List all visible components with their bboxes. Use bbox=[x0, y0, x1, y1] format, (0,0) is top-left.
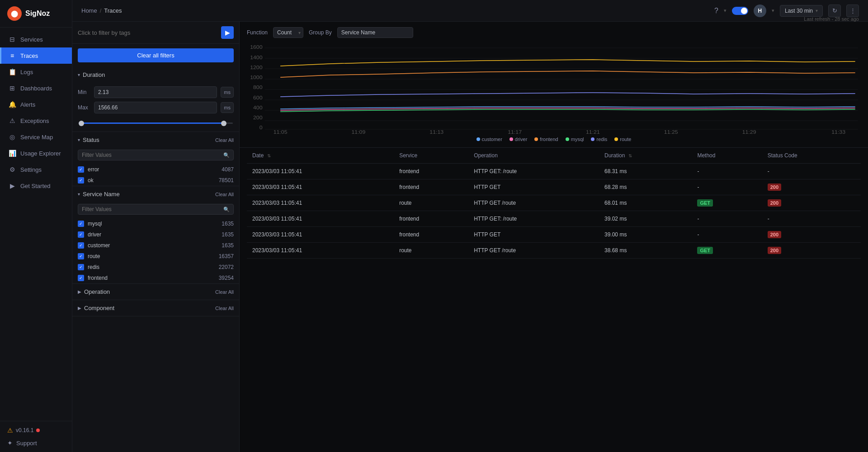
sidebar-item-services[interactable]: ⊟ Services bbox=[0, 31, 72, 47]
time-selector[interactable]: Last 30 min ▾ bbox=[780, 5, 823, 17]
breadcrumb-home[interactable]: Home bbox=[81, 7, 97, 14]
sidebar-item-logs[interactable]: 📋 Logs bbox=[0, 64, 72, 80]
service-name-label: Service Name bbox=[83, 191, 120, 198]
cell-date: 2023/03/03 11:05:41 bbox=[247, 243, 394, 259]
clear-all-filters-button[interactable]: Clear all filters bbox=[78, 48, 234, 62]
duration-max-label: Max bbox=[78, 104, 90, 111]
sidebar-item-usage-explorer[interactable]: 📊 Usage Explorer bbox=[0, 145, 72, 161]
table-row[interactable]: 2023/03/03 11:05:41 frontend HTTP GET 39… bbox=[247, 227, 861, 243]
svg-text:400: 400 bbox=[253, 105, 263, 110]
service-frontend-count: 39254 bbox=[219, 275, 234, 281]
refresh-button[interactable]: ↻ bbox=[828, 5, 841, 17]
sidebar-label-service-map: Service Map bbox=[20, 134, 53, 141]
table-row[interactable]: 2023/03/03 11:05:41 frontend HTTP GET 68… bbox=[247, 179, 861, 195]
col-method: Method bbox=[692, 148, 762, 164]
status-header[interactable]: ▾ Status Clear All bbox=[72, 132, 239, 148]
duration-sort-icon[interactable]: ⇅ bbox=[628, 153, 632, 158]
duration-min-input[interactable] bbox=[94, 86, 217, 98]
sidebar-item-exceptions[interactable]: ⚠ Exceptions bbox=[0, 113, 72, 129]
service-name-header[interactable]: ▾ Service Name Clear All bbox=[72, 186, 239, 202]
status-section: ▾ Status Clear All 🔍 ✓ error bbox=[72, 132, 239, 186]
operation-clear-link[interactable]: Clear All bbox=[215, 289, 234, 295]
service-route-checkbox[interactable]: ✓ bbox=[78, 253, 84, 259]
svg-text:1600: 1600 bbox=[250, 45, 262, 50]
duration-range-slider[interactable] bbox=[78, 117, 234, 126]
service-route-count: 16357 bbox=[219, 253, 234, 259]
service-frontend-checkbox[interactable]: ✓ bbox=[78, 275, 84, 281]
function-select[interactable]: Count bbox=[273, 27, 303, 38]
status-error-checkbox[interactable]: ✓ bbox=[78, 166, 84, 173]
function-label: Function bbox=[247, 29, 268, 36]
cell-operation: HTTP GET bbox=[468, 227, 599, 243]
chart-wrapper: 1600 1400 1200 1000 800 600 400 200 0 bbox=[247, 43, 861, 134]
sidebar-item-settings[interactable]: ⚙ Settings bbox=[0, 161, 72, 178]
legend-customer-label: customer bbox=[482, 137, 502, 142]
table-row[interactable]: 2023/03/03 11:05:41 frontend HTTP GET: /… bbox=[247, 164, 861, 179]
duration-max-input[interactable] bbox=[94, 102, 217, 113]
svg-text:11:09: 11:09 bbox=[351, 130, 365, 134]
breadcrumb-separator: / bbox=[100, 7, 102, 14]
table-row[interactable]: 2023/03/03 11:05:41 route HTTP GET /rout… bbox=[247, 243, 861, 259]
operation-section: ▶ Operation Clear All bbox=[72, 284, 239, 300]
duration-content: Min ms Max ms bbox=[72, 83, 239, 132]
service-redis-checkbox[interactable]: ✓ bbox=[78, 264, 84, 270]
service-route: ✓ route 16357 bbox=[72, 251, 239, 262]
group-by-input[interactable] bbox=[337, 27, 413, 38]
sidebar-item-dashboards[interactable]: ⊞ Dashboards bbox=[0, 80, 72, 96]
table-row[interactable]: 2023/03/03 11:05:41 frontend HTTP GET: /… bbox=[247, 211, 861, 227]
table-area: Date ⇅ Service Operation Duration bbox=[240, 148, 868, 452]
range-thumb-right[interactable] bbox=[221, 121, 226, 126]
trace-chart: 1600 1400 1200 1000 800 600 400 200 0 bbox=[247, 43, 861, 134]
chart-area: Function Count ▾ Group By 1600 1400 bbox=[240, 22, 868, 148]
status-clear-link[interactable]: Clear All bbox=[215, 137, 234, 143]
table-row[interactable]: 2023/03/03 11:05:41 route HTTP GET /rout… bbox=[247, 195, 861, 211]
method-badge: GET bbox=[697, 247, 713, 254]
col-date-label: Date bbox=[252, 152, 264, 159]
component-clear-link[interactable]: Clear All bbox=[215, 306, 234, 311]
sidebar-item-get-started[interactable]: ▶ Get Started bbox=[0, 178, 72, 194]
status-ok-label: ok bbox=[88, 177, 94, 184]
operation-header[interactable]: ▶ Operation Clear All bbox=[72, 284, 239, 300]
status-ok-checkbox[interactable]: ✓ bbox=[78, 177, 84, 184]
col-date: Date ⇅ bbox=[247, 148, 394, 164]
cell-date: 2023/03/03 11:05:41 bbox=[247, 211, 394, 227]
service-name-title: ▾ Service Name bbox=[78, 191, 120, 198]
status-filter-input[interactable] bbox=[82, 152, 221, 158]
cell-service: frontend bbox=[394, 179, 468, 195]
legend-redis-dot bbox=[591, 137, 594, 141]
service-mysql-checkbox[interactable]: ✓ bbox=[78, 221, 84, 227]
svg-text:200: 200 bbox=[253, 115, 263, 120]
sidebar-item-traces[interactable]: ≡ Traces bbox=[0, 47, 72, 64]
legend-frontend-dot bbox=[534, 137, 538, 141]
status-error-label: error bbox=[88, 166, 99, 173]
support-row[interactable]: ✦ Support bbox=[7, 439, 65, 447]
cell-duration: 68.31 ms bbox=[599, 164, 692, 179]
legend-driver: driver bbox=[509, 137, 528, 142]
filter-search-input[interactable] bbox=[78, 29, 217, 36]
main: Home / Traces ? ▾ H ▾ Last 30 min ▾ ↻ ⋮ … bbox=[72, 0, 868, 452]
service-customer-checkbox[interactable]: ✓ bbox=[78, 242, 84, 249]
filter-search-button[interactable]: ▶ bbox=[221, 26, 234, 39]
duration-header[interactable]: ▾ Duration bbox=[72, 67, 239, 83]
logo-text: SigNoz bbox=[25, 9, 50, 18]
svg-text:11:17: 11:17 bbox=[508, 130, 522, 134]
component-header[interactable]: ▶ Component Clear All bbox=[72, 300, 239, 316]
component-title: ▶ Component bbox=[78, 305, 114, 311]
theme-toggle[interactable] bbox=[732, 7, 748, 15]
range-thumb-left[interactable] bbox=[79, 121, 84, 126]
date-sort-icon[interactable]: ⇅ bbox=[267, 153, 271, 158]
service-name-clear-link[interactable]: Clear All bbox=[215, 192, 234, 197]
status-badge: 200 bbox=[768, 199, 781, 207]
sidebar-item-service-map[interactable]: ◎ Service Map bbox=[0, 129, 72, 145]
service-name-filter-input[interactable] bbox=[82, 206, 221, 212]
sidebar-item-alerts[interactable]: 🔔 Alerts bbox=[0, 96, 72, 113]
col-status-code: Status Code bbox=[762, 148, 861, 164]
user-avatar[interactable]: H bbox=[754, 5, 766, 17]
more-options-button[interactable]: ⋮ bbox=[846, 5, 859, 17]
status-error-count: 4087 bbox=[222, 166, 234, 173]
service-map-icon: ◎ bbox=[9, 133, 16, 141]
breadcrumb-current: Traces bbox=[104, 7, 122, 14]
help-button[interactable]: ? bbox=[714, 7, 718, 15]
method-empty: - bbox=[697, 168, 699, 174]
service-driver-checkbox[interactable]: ✓ bbox=[78, 231, 84, 238]
